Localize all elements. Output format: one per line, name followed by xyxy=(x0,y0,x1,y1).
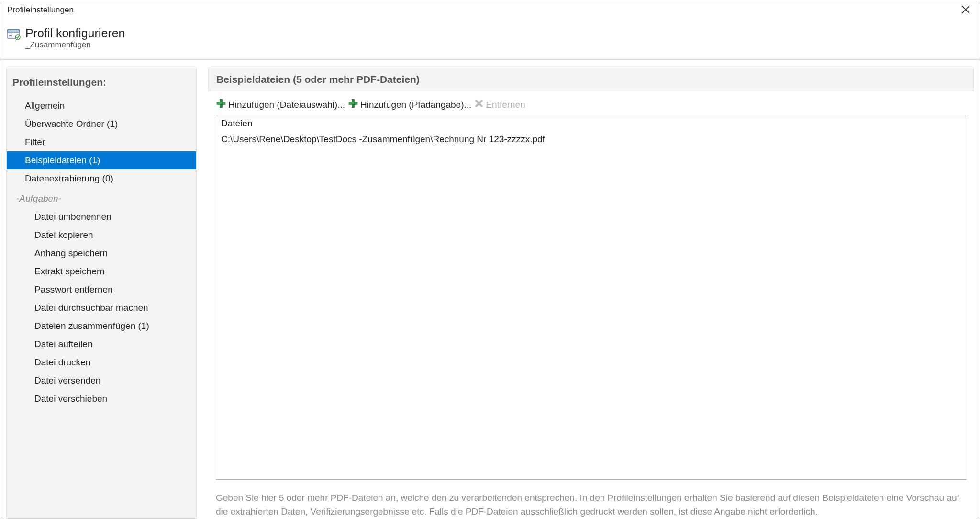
header: Profil konfigurieren _Zusammenfügen xyxy=(0,20,980,60)
sidebar-section-title: Profileinstellungen: xyxy=(7,75,196,97)
svg-rect-5 xyxy=(9,35,12,36)
sidebar-subitem-datei-kopieren[interactable]: Datei kopieren xyxy=(7,226,196,244)
sidebar-item-beispieldateien[interactable]: Beispieldateien (1) xyxy=(7,151,196,169)
sidebar: Profileinstellungen: Allgemein Überwacht… xyxy=(6,68,197,519)
toolbar: Hinzufügen (Dateiauswahl)... Hinzufügen … xyxy=(208,91,974,115)
file-list[interactable]: Dateien C:\Users\Rene\Desktop\TestDocs -… xyxy=(216,115,966,480)
file-list-row[interactable]: C:\Users\Rene\Desktop\TestDocs -Zusammen… xyxy=(216,132,966,147)
sidebar-subitem-datei-umbenennen[interactable]: Datei umbenennen xyxy=(7,208,196,226)
x-icon xyxy=(474,99,484,111)
header-subtitle: _Zusammenfügen xyxy=(25,40,125,50)
sidebar-item-ueberwachte-ordner[interactable]: Überwachte Ordner (1) xyxy=(7,115,196,133)
sidebar-subitem-anhang-speichern[interactable]: Anhang speichern xyxy=(7,244,196,262)
sidebar-item-datenextrahierung[interactable]: Datenextrahierung (0) xyxy=(7,169,196,188)
sidebar-subitem-aufteilen[interactable]: Datei aufteilen xyxy=(7,335,196,353)
sidebar-subitem-passwort-entfernen[interactable]: Passwort entfernen xyxy=(7,281,196,299)
add-file-button[interactable]: Hinzufügen (Dateiauswahl)... xyxy=(216,98,345,111)
svg-rect-3 xyxy=(8,30,19,32)
sidebar-subitem-zusammenfuegen[interactable]: Dateien zusammenfügen (1) xyxy=(7,317,196,335)
plus-icon xyxy=(216,98,226,111)
file-list-header: Dateien xyxy=(216,115,966,132)
profile-configure-icon xyxy=(7,28,21,40)
svg-rect-12 xyxy=(349,102,357,105)
add-path-button[interactable]: Hinzufügen (Pfadangabe)... xyxy=(348,98,471,111)
remove-button[interactable]: Entfernen xyxy=(474,99,525,111)
body: Profileinstellungen: Allgemein Überwacht… xyxy=(0,60,980,519)
sidebar-subitem-durchsuchbar[interactable]: Datei durchsuchbar machen xyxy=(7,299,196,317)
remove-label: Entfernen xyxy=(486,100,525,110)
sidebar-group-aufgaben: -Aufgaben- xyxy=(7,188,196,208)
header-title: Profil konfigurieren xyxy=(25,26,125,40)
add-path-label: Hinzufügen (Pfadangabe)... xyxy=(360,100,471,110)
sidebar-subitem-versenden[interactable]: Datei versenden xyxy=(7,372,196,390)
svg-rect-8 xyxy=(217,102,225,105)
window-title: Profileinstellungen xyxy=(7,5,74,15)
help-text: Geben Sie hier 5 oder mehr PDF-Dateien a… xyxy=(208,480,974,519)
svg-rect-4 xyxy=(9,34,12,34)
titlebar: Profileinstellungen xyxy=(0,0,980,20)
add-file-label: Hinzufügen (Dateiauswahl)... xyxy=(228,100,345,110)
sidebar-subitem-verschieben[interactable]: Datei verschieben xyxy=(7,390,196,408)
header-text: Profil konfigurieren _Zusammenfügen xyxy=(25,26,125,50)
sidebar-item-filter[interactable]: Filter xyxy=(7,133,196,151)
sidebar-subitem-drucken[interactable]: Datei drucken xyxy=(7,353,196,372)
close-icon[interactable] xyxy=(958,3,973,17)
sidebar-subitem-extrakt-speichern[interactable]: Extrakt speichern xyxy=(7,262,196,281)
main-panel: Beispieldateien (5 oder mehr PDF-Dateien… xyxy=(208,68,974,519)
sidebar-item-allgemein[interactable]: Allgemein xyxy=(7,97,196,115)
plus-icon xyxy=(348,98,358,111)
panel-title: Beispieldateien (5 oder mehr PDF-Dateien… xyxy=(208,68,974,91)
settings-window: Profileinstellungen Profil konfigurieren… xyxy=(0,0,980,519)
